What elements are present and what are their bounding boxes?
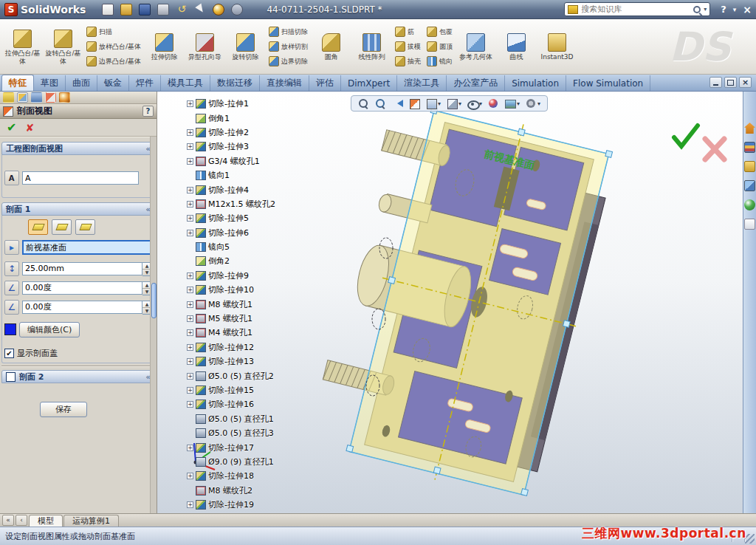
search-input[interactable]: [581, 4, 690, 14]
save-icon[interactable]: [139, 4, 151, 16]
expand-icon[interactable]: +: [187, 387, 193, 394]
tab-数据迁移[interactable]: 数据迁移: [210, 75, 260, 91]
expand-icon[interactable]: +: [187, 315, 193, 322]
scene-button[interactable]: ▾: [505, 98, 520, 109]
dropdown-caret-icon[interactable]: ▾: [458, 100, 461, 107]
expand-icon[interactable]: +: [187, 158, 193, 165]
tree-item[interactable]: +Ø5.0 (5) 直径孔1: [187, 412, 327, 426]
search-box[interactable]: ▾: [564, 2, 710, 16]
restore-icon[interactable]: [724, 77, 737, 88]
tree-item[interactable]: +切除-拉伸5: [187, 211, 327, 225]
dropdown-caret-icon[interactable]: ▾: [517, 100, 520, 107]
offset-distance-input[interactable]: [22, 262, 142, 275]
tree-item[interactable]: +M8 螺纹孔1: [187, 297, 327, 311]
home-icon[interactable]: [744, 123, 755, 134]
search-icon[interactable]: [693, 6, 701, 13]
feature-manager-icon[interactable]: [3, 92, 14, 103]
toolbar-button-boundary[interactable]: 边界凸台/基体: [86, 55, 141, 67]
toolbar-button-reference-geometry[interactable]: 参考几何体: [456, 30, 495, 62]
view-orientation-button[interactable]: ▾: [426, 98, 441, 109]
print-icon[interactable]: [157, 4, 169, 16]
tree-item[interactable]: +切除-拉伸17: [187, 440, 327, 454]
tree-item[interactable]: +切除-拉伸19: [187, 498, 327, 512]
expand-icon[interactable]: +: [187, 201, 193, 208]
toolbar-button-dome[interactable]: 圆顶: [427, 41, 453, 52]
toolbar-button-draft[interactable]: 拔模: [395, 41, 421, 52]
section-plane-button-3[interactable]: [75, 219, 95, 235]
dimxpert-manager-icon[interactable]: [45, 92, 56, 103]
tree-item[interactable]: +切除-拉伸3: [187, 140, 327, 154]
configuration-manager-icon[interactable]: [31, 92, 42, 103]
panel-scrollbar[interactable]: [150, 137, 157, 513]
tree-item[interactable]: +切除-拉伸13: [187, 354, 327, 369]
expand-icon[interactable]: +: [187, 473, 193, 479]
expand-icon[interactable]: +: [187, 358, 193, 365]
tab-Flow Simulation[interactable]: Flow Simulation: [566, 75, 650, 91]
tree-item[interactable]: +倒角2: [187, 254, 327, 268]
tab-钣金[interactable]: 钣金: [97, 75, 129, 91]
expand-icon[interactable]: +: [187, 100, 193, 107]
section1-group-header[interactable]: 剖面 1 «: [1, 202, 155, 216]
dropdown-caret-icon[interactable]: ▾: [438, 100, 441, 107]
tree-item[interactable]: +切除-拉伸10: [187, 283, 327, 297]
expand-icon[interactable]: +: [187, 401, 193, 408]
toolbar-button-instant3d[interactable]: Instant3D: [537, 30, 577, 62]
toolbar-button-fillet[interactable]: 圆角: [312, 30, 351, 62]
search-dropdown-icon[interactable]: ▾: [704, 6, 707, 13]
toolbar-button-wrap[interactable]: 包覆: [427, 26, 453, 38]
tree-item[interactable]: +切除-拉伸1: [187, 97, 327, 111]
section2-group-header[interactable]: ✔ 剖面 2 «: [1, 370, 155, 383]
tab-模型[interactable]: 模型: [29, 515, 63, 527]
tab-特征[interactable]: 特征: [1, 75, 34, 91]
scrollbar-thumb[interactable]: [151, 283, 157, 318]
toolbar-button-sweep-cut[interactable]: 扫描切除: [269, 26, 308, 38]
tab-DimXpert[interactable]: DimXpert: [341, 75, 397, 91]
tree-item[interactable]: +切除-拉伸9: [187, 269, 327, 283]
tree-item[interactable]: +切除-拉伸12: [187, 340, 327, 354]
tree-item[interactable]: +切除-拉伸6: [187, 226, 327, 240]
options-icon[interactable]: [231, 4, 243, 16]
section-label-input[interactable]: [22, 171, 139, 185]
section-plane-button-1[interactable]: [28, 219, 48, 235]
tab-scroll-first-icon[interactable]: «: [2, 515, 14, 526]
y-rotation-input[interactable]: [22, 301, 142, 314]
save-button[interactable]: 保存: [40, 402, 87, 417]
toolbar-button-boundary-cut[interactable]: 边界切除: [269, 55, 308, 67]
section-view-button[interactable]: [409, 98, 420, 109]
previous-view-button[interactable]: [392, 98, 403, 109]
select-arrow-icon[interactable]: [194, 4, 206, 16]
zoom-fit-button[interactable]: [358, 98, 369, 109]
edit-color-button[interactable]: 编辑颜色(C): [19, 322, 80, 337]
tree-item[interactable]: +切除-拉伸2: [187, 126, 327, 140]
dropdown-caret-icon[interactable]: ▾: [537, 100, 540, 107]
tree-item[interactable]: +镜向1: [187, 168, 327, 182]
expand-icon[interactable]: +: [187, 373, 193, 380]
property-manager-icon[interactable]: [17, 92, 28, 103]
tree-item[interactable]: +切除-拉伸15: [187, 383, 327, 397]
close-document-icon[interactable]: ×: [739, 77, 752, 88]
expand-icon[interactable]: +: [187, 143, 193, 150]
close-button[interactable]: ×: [743, 4, 752, 16]
ok-button[interactable]: ✔: [7, 120, 16, 134]
toolbar-button-mirror[interactable]: 镜向: [427, 55, 453, 67]
expand-icon[interactable]: +: [187, 301, 193, 308]
expand-icon[interactable]: +: [187, 215, 193, 222]
toolbar-button-linear-pattern[interactable]: 线性阵列: [352, 30, 391, 62]
toolbar-button-revolve-boss[interactable]: 旋转凸台/基体: [44, 27, 83, 66]
expand-icon[interactable]: +: [187, 129, 193, 136]
view-settings-button[interactable]: ▾: [526, 98, 540, 109]
toolbar-button-loft[interactable]: 放样凸台/基体: [86, 41, 141, 52]
file-explorer-icon[interactable]: [744, 161, 755, 172]
expand-icon[interactable]: +: [187, 445, 193, 451]
tree-item[interactable]: +Ø9.0 (9) 直径孔1: [187, 455, 327, 469]
tree-item[interactable]: +M5 螺纹孔1: [187, 312, 327, 326]
open-icon[interactable]: [120, 4, 132, 16]
display-style-button[interactable]: ▾: [447, 98, 461, 109]
expand-icon[interactable]: +: [187, 272, 193, 279]
x-rotation-input[interactable]: [22, 281, 142, 295]
tree-item[interactable]: +切除-拉伸16: [187, 397, 327, 411]
reference-plane-input[interactable]: [22, 240, 152, 255]
tree-item[interactable]: +镜向5: [187, 240, 327, 254]
tab-scroll-prev-icon[interactable]: ‹: [16, 515, 27, 526]
tab-Simulation[interactable]: Simulation: [505, 75, 566, 91]
